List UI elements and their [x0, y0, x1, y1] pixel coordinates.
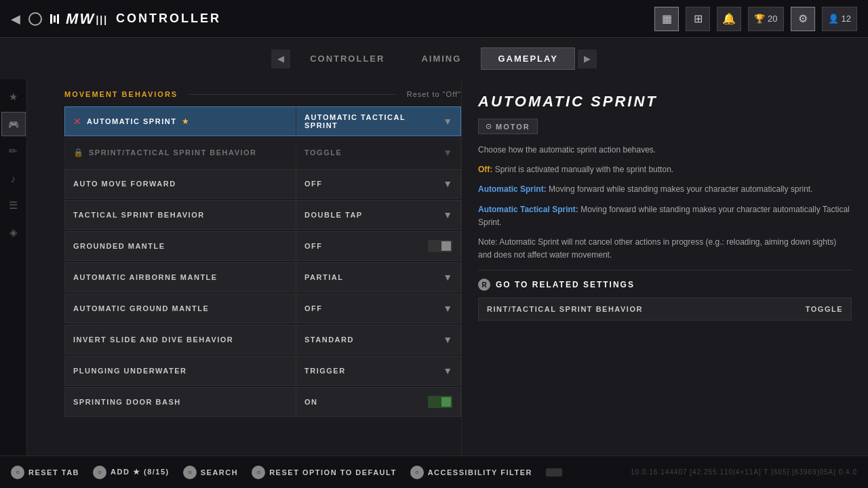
home-circle-icon[interactable]: [28, 12, 42, 26]
row-tactical-sprint-behavior[interactable]: TACTICAL SPRINT BEHAVIOR DOUBLE TAP ▼: [64, 200, 461, 230]
settings-panel: MOVEMENT BEHAVIORS Reset to "Off" ✕ AUTO…: [27, 79, 461, 459]
accessibility-filter-action[interactable]: ○ ACCESSIBILITY FILTER: [410, 466, 532, 479]
main-content: ★ 🎮 ✏ ♪ ☰ ◈ MOVEMENT BEHAVIORS Reset to …: [0, 79, 868, 459]
sidebar-icon-list[interactable]: ☰: [1, 193, 26, 218]
row-automatic-ground-mantle[interactable]: AUTOMATIC GROUND MANTLE OFF ▼: [64, 293, 461, 323]
search-action[interactable]: ○ SEARCH: [183, 466, 238, 479]
accessibility-icon: ○: [410, 466, 424, 479]
row-airborne-mantle-value: PARTIAL: [304, 273, 437, 281]
row-auto-move-label-area: AUTO MOVE FORWARD: [65, 180, 296, 188]
reset-option-action[interactable]: ○ RESET OPTION TO DEFAULT: [252, 466, 397, 479]
reset-option-icon: ○: [252, 466, 265, 479]
row-automatic-airborne-mantle[interactable]: AUTOMATIC AIRBORNE MANTLE PARTIAL ▼: [64, 262, 461, 292]
tabs-next-arrow[interactable]: ▶: [578, 49, 597, 68]
sidebar-icon-star[interactable]: ★: [1, 85, 26, 109]
info-panel: AUTOMATIC SPRINT ⊙ MOTOR Choose how the …: [461, 79, 868, 459]
row-door-bash-label-area: SPRINTING DOOR BASH: [65, 398, 296, 406]
info-title: AUTOMATIC SPRINT: [478, 93, 852, 110]
add-star-action[interactable]: ○ ADD ★ (8/15): [93, 466, 170, 479]
row-automatic-sprint-value-area: AUTOMATIC TACTICAL SPRINT ▼: [296, 107, 460, 136]
row-automatic-sprint[interactable]: ✕ AUTOMATIC SPRINT ★ AUTOMATIC TACTICAL …: [64, 106, 461, 136]
grid-icon-btn[interactable]: ▦: [654, 7, 679, 31]
row-plunging-underwater[interactable]: PLUNGING UNDERWATER TRIGGER ▼: [64, 356, 461, 386]
star-icon: ★: [182, 117, 189, 126]
row-door-bash-label: SPRINTING DOOR BASH: [73, 398, 181, 406]
trophy-value: 20: [768, 14, 777, 24]
section-divider: [189, 94, 395, 95]
row-invert-slide-label-area: INVERT SLIDE AND DIVE BEHAVIOR: [65, 336, 296, 344]
related-btn-icon[interactable]: R: [478, 279, 490, 291]
reset-to-off-button[interactable]: Reset to "Off": [407, 90, 461, 98]
accessibility-toggle[interactable]: [546, 468, 562, 476]
grounded-mantle-toggle[interactable]: [428, 240, 452, 252]
row-plunging-label-area: PLUNGING UNDERWATER: [65, 367, 296, 375]
row-sprint-tactical-label-area: 🔒 SPRINT/TACTICAL SPRINT BEHAVIOR: [65, 148, 296, 157]
sidebar-icon-speaker[interactable]: ♪: [1, 166, 26, 190]
row-invert-slide-value: STANDARD: [304, 336, 437, 344]
row-plunging-value: TRIGGER: [304, 367, 437, 375]
tabs-prev-arrow[interactable]: ◀: [271, 49, 290, 68]
dropdown-arrow-icon-4: ▼: [443, 209, 452, 220]
row-grounded-mantle-label: GROUNDED MANTLE: [73, 242, 165, 250]
row-grounded-mantle-label-area: GROUNDED MANTLE: [65, 242, 296, 250]
row-invert-slide-label: INVERT SLIDE AND DIVE BEHAVIOR: [73, 336, 233, 344]
option-auto-tactical-label: Automatic Tactical Sprint:: [478, 205, 578, 214]
info-option-auto-sprint: Automatic Sprint: Moving forward while s…: [478, 183, 852, 196]
trophy-count[interactable]: 🏆 20: [748, 7, 783, 31]
dropdown-arrow-icon-6: ▼: [443, 303, 452, 314]
row-sprinting-door-bash[interactable]: SPRINTING DOOR BASH ON: [64, 387, 461, 417]
sidebar-icons: ★ 🎮 ✏ ♪ ☰ ◈: [0, 79, 27, 459]
row-invert-slide-dive[interactable]: INVERT SLIDE AND DIVE BEHAVIOR STANDARD …: [64, 325, 461, 354]
info-tag: ⊙ MOTOR: [478, 119, 538, 134]
bottom-bar-right: 10.0.16.144407 [42.255:110|4×11A] T [605…: [631, 468, 857, 476]
mw-logo: MW|||: [50, 10, 108, 28]
reset-option-label: RESET OPTION TO DEFAULT: [269, 468, 397, 476]
door-bash-toggle[interactable]: [428, 396, 452, 408]
dropdown-arrow-icon: ▼: [443, 116, 452, 127]
bell-icon-btn[interactable]: 🔔: [717, 7, 741, 31]
row-tactical-sprint-label-area: TACTICAL SPRINT BEHAVIOR: [65, 211, 296, 219]
sidebar-icon-controller[interactable]: 🎮: [1, 112, 26, 136]
sidebar-icon-wifi[interactable]: ◈: [1, 220, 26, 245]
add-star-icon: ○: [93, 466, 106, 479]
row-ground-mantle-label-area: AUTOMATIC GROUND MANTLE: [65, 304, 296, 312]
back-button[interactable]: ◀: [11, 12, 20, 26]
row-grounded-mantle[interactable]: GROUNDED MANTLE OFF: [64, 231, 461, 261]
related-title: GO TO RELATED SETTINGS: [496, 280, 635, 289]
apps-icon-btn[interactable]: ⊞: [686, 7, 710, 31]
related-row-sprint[interactable]: RINT/TACTICAL SPRINT BEHAVIOR TOGGLE: [478, 298, 852, 321]
related-row-value: TOGGLE: [806, 305, 843, 313]
row-plunging-value-area: TRIGGER ▼: [296, 357, 460, 385]
tabs-bar: ◀ CONTROLLER AIMING GAMEPLAY ▶: [0, 38, 868, 79]
related-header: R GO TO RELATED SETTINGS: [478, 279, 852, 291]
door-bash-toggle-thumb: [441, 397, 451, 407]
row-sprint-tactical-label: SPRINT/TACTICAL SPRINT BEHAVIOR: [89, 148, 257, 157]
row-plunging-label: PLUNGING UNDERWATER: [73, 367, 186, 375]
option-off-text: Sprint is activated manually with the sp…: [495, 165, 673, 174]
info-divider: [478, 270, 852, 270]
grounded-mantle-toggle-thumb: [441, 241, 451, 251]
section-title: MOVEMENT BEHAVIORS: [64, 90, 178, 98]
reset-tab-action[interactable]: ○ RESET TAB: [11, 466, 79, 479]
row-auto-move-value: OFF: [304, 180, 437, 188]
tab-controller[interactable]: CONTROLLER: [293, 47, 401, 70]
option-auto-sprint-text: Moving forward while standing makes your…: [549, 184, 813, 194]
info-option-off: Off: Sprint is activated manually with t…: [478, 163, 852, 176]
page-title: CONTROLLER: [116, 12, 221, 26]
tab-aiming[interactable]: AIMING: [404, 47, 478, 70]
row-door-bash-value: ON: [304, 398, 422, 406]
row-sprint-tactical-behavior: 🔒 SPRINT/TACTICAL SPRINT BEHAVIOR TOGGLE…: [64, 138, 461, 167]
settings-icon-btn[interactable]: ⚙: [791, 7, 815, 31]
option-off-label: Off:: [478, 165, 492, 174]
row-grounded-mantle-value-area: OFF: [296, 232, 460, 260]
topbar-left: ◀ MW||| CONTROLLER: [11, 10, 221, 28]
row-auto-move-forward[interactable]: AUTO MOVE FORWARD OFF ▼: [64, 169, 461, 199]
row-automatic-sprint-label: AUTOMATIC SPRINT: [87, 117, 176, 125]
person-count[interactable]: 👤 12: [822, 7, 857, 31]
related-row-label: RINT/TACTICAL SPRINT BEHAVIOR: [487, 305, 806, 313]
sidebar-icon-pencil[interactable]: ✏: [1, 139, 26, 163]
row-door-bash-value-area: ON: [296, 388, 460, 416]
trophy-icon: 🏆: [754, 14, 765, 24]
tab-gameplay[interactable]: GAMEPLAY: [481, 47, 574, 70]
search-icon: ○: [183, 466, 197, 479]
